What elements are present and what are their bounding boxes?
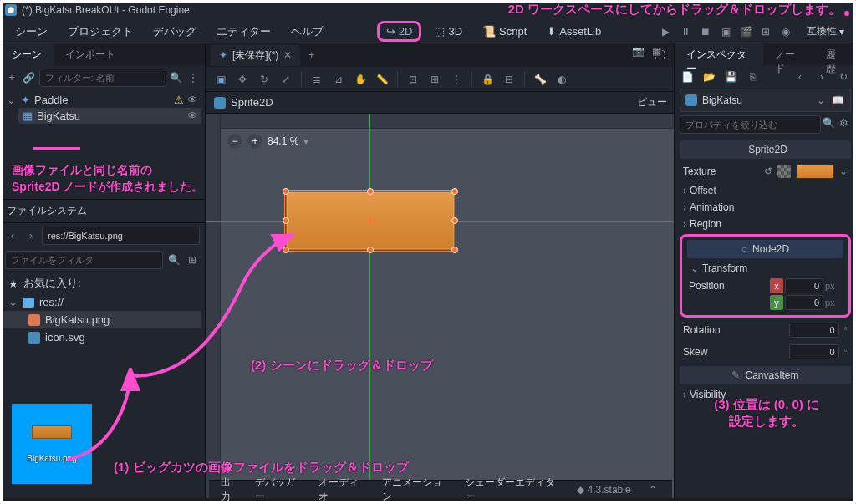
workspace-3d-button[interactable]: ⬚ 3D: [428, 22, 469, 41]
add-node-icon[interactable]: +: [5, 70, 18, 85]
fs-favorites[interactable]: ★ お気に入り:: [3, 273, 201, 293]
renderer-dropdown[interactable]: 互換性 ▾: [802, 22, 849, 41]
path-input[interactable]: [42, 227, 200, 245]
select-tool-icon[interactable]: ▣: [214, 73, 227, 86]
scene-tab-unsaved[interactable]: ✦ [未保存](*) ✕: [211, 45, 300, 66]
grid-icon[interactable]: ⊞: [185, 252, 200, 267]
search-icon[interactable]: 🔍: [170, 70, 183, 85]
list-tool-icon[interactable]: ≣: [310, 73, 324, 86]
group-icon[interactable]: ⊟: [502, 73, 516, 86]
menu-help[interactable]: ヘルプ: [283, 21, 332, 43]
fs-file-bigkatsu[interactable]: BigKatsu.png: [3, 311, 201, 328]
prop-texture[interactable]: Texture ↺ ⌄: [675, 160, 856, 182]
bottom-debugger[interactable]: デバッガー: [255, 476, 303, 504]
zoom-out-button[interactable]: −: [227, 134, 242, 149]
bottom-audio[interactable]: オーディオ: [318, 476, 367, 504]
position-y-input[interactable]: [785, 295, 823, 310]
more-icon[interactable]: ⋮: [186, 70, 200, 85]
movie-button[interactable]: ◉: [778, 24, 793, 39]
prop-region[interactable]: Region: [675, 216, 856, 232]
view-label[interactable]: ビュー: [637, 95, 667, 109]
zoom-value[interactable]: 84.1 %: [268, 135, 298, 147]
menu-project[interactable]: プロジェクト: [59, 21, 141, 43]
tab-history[interactable]: 履歴: [814, 43, 856, 65]
rotate-tool-icon[interactable]: ↻: [257, 73, 271, 86]
stop-button[interactable]: ⏹: [698, 24, 713, 39]
revert-icon[interactable]: ↺: [764, 165, 772, 177]
link-icon[interactable]: 🔗: [22, 70, 35, 85]
scale-tool-icon[interactable]: ⤢: [279, 73, 293, 86]
forward-icon[interactable]: ›: [23, 228, 38, 243]
class-sprite2d-header[interactable]: Sprite2D: [680, 140, 851, 159]
filter-settings-icon[interactable]: ⚙: [836, 115, 851, 130]
prop-transform[interactable]: Transform: [682, 260, 848, 277]
bottom-output[interactable]: 出力: [221, 476, 240, 504]
grid-snap-icon[interactable]: ⊞: [428, 73, 441, 86]
lock-icon[interactable]: 🔒: [481, 73, 494, 86]
resize-handle[interactable]: [367, 188, 374, 195]
rotation-input[interactable]: [789, 323, 839, 338]
play-button[interactable]: ▶: [658, 24, 673, 39]
prop-rotation[interactable]: Rotation °: [675, 319, 856, 341]
prop-animation[interactable]: Animation: [675, 199, 856, 216]
play-custom-button[interactable]: ⊞: [758, 24, 773, 39]
tab-node[interactable]: ノード: [763, 43, 814, 65]
tab-inspector[interactable]: インスペクター: [675, 43, 763, 65]
save-icon[interactable]: 💾: [723, 69, 738, 84]
pause-button[interactable]: ⏸: [678, 24, 693, 39]
workspace-script-button[interactable]: 📜 Script: [476, 22, 533, 41]
texture-thumbnail[interactable]: [796, 164, 834, 179]
tab-scene[interactable]: シーン: [0, 43, 54, 65]
visibility-icon[interactable]: 👁: [187, 109, 198, 122]
resize-handle[interactable]: [283, 247, 289, 253]
history-icon[interactable]: ↻: [836, 69, 851, 84]
menu-debug[interactable]: デバッグ: [145, 21, 205, 43]
back-icon[interactable]: ‹: [792, 69, 808, 84]
tab-import[interactable]: インポート: [54, 43, 127, 65]
pan-tool-icon[interactable]: ✋: [354, 73, 367, 86]
docs-icon[interactable]: 📖: [830, 93, 845, 108]
breadcrumb-label[interactable]: Sprite2D: [231, 96, 273, 109]
sprite-in-viewport[interactable]: [286, 191, 455, 250]
anim-icon[interactable]: ◐: [555, 73, 568, 86]
camera-icon[interactable]: 📷: [632, 45, 647, 60]
zoom-in-button[interactable]: +: [247, 134, 262, 149]
scene-filter-input[interactable]: [39, 69, 166, 87]
open-icon[interactable]: 📂: [701, 69, 716, 84]
search-icon[interactable]: 🔍: [821, 115, 836, 130]
resize-handle[interactable]: [451, 188, 458, 195]
skew-input[interactable]: [789, 344, 839, 359]
object-selector[interactable]: BigKatsu ⌄ 📖: [680, 89, 851, 112]
fs-filter-input[interactable]: [5, 251, 163, 269]
resize-handle[interactable]: [451, 217, 458, 224]
file-preview-thumbnail[interactable]: BigKatsu.png: [12, 404, 92, 484]
fs-root[interactable]: ⌄ res://: [3, 293, 201, 311]
class-node2d-header[interactable]: ○ Node2D: [687, 240, 843, 258]
snap-icon[interactable]: ⊡: [406, 73, 420, 86]
property-filter-input[interactable]: [680, 115, 821, 134]
menu-scene[interactable]: シーン: [7, 21, 56, 43]
resize-handle[interactable]: [283, 217, 289, 224]
fs-file-icon[interactable]: icon.svg: [3, 328, 201, 346]
remote-button[interactable]: ▣: [718, 24, 733, 39]
tree-child-bigkatsu[interactable]: ▦ BigKatsu 👁: [18, 108, 201, 124]
preview-icon[interactable]: ▦: [652, 45, 667, 60]
workspace-2d-button[interactable]: ↪ 2D: [377, 21, 422, 42]
tree-root-paddle[interactable]: ⌄ ✦ Paddle ⚠ 👁: [3, 92, 201, 108]
back-icon[interactable]: ‹: [5, 228, 20, 243]
new-resource-icon[interactable]: 📄: [680, 69, 695, 84]
menu-editor[interactable]: エディター: [208, 21, 279, 43]
copy-icon[interactable]: ⎘: [745, 69, 760, 84]
play-scene-button[interactable]: 🎬: [738, 24, 753, 39]
workspace-assetlib-button[interactable]: ⬇ AssetLib: [540, 22, 608, 41]
ruler-icon[interactable]: 📏: [375, 73, 389, 86]
close-icon[interactable]: ✕: [283, 49, 292, 61]
bottom-shader[interactable]: シェーダーエディター: [465, 476, 562, 504]
smart-snap-icon[interactable]: ⋮: [450, 73, 463, 86]
forward-icon[interactable]: ›: [814, 69, 829, 84]
move-tool-icon[interactable]: ✥: [236, 73, 249, 86]
bone-icon[interactable]: 🦴: [533, 73, 547, 86]
new-tab-button[interactable]: +: [300, 46, 323, 64]
2d-viewport[interactable]: − + 84.1 % ▾: [206, 114, 674, 498]
bottom-animation[interactable]: アニメーション: [382, 476, 450, 504]
